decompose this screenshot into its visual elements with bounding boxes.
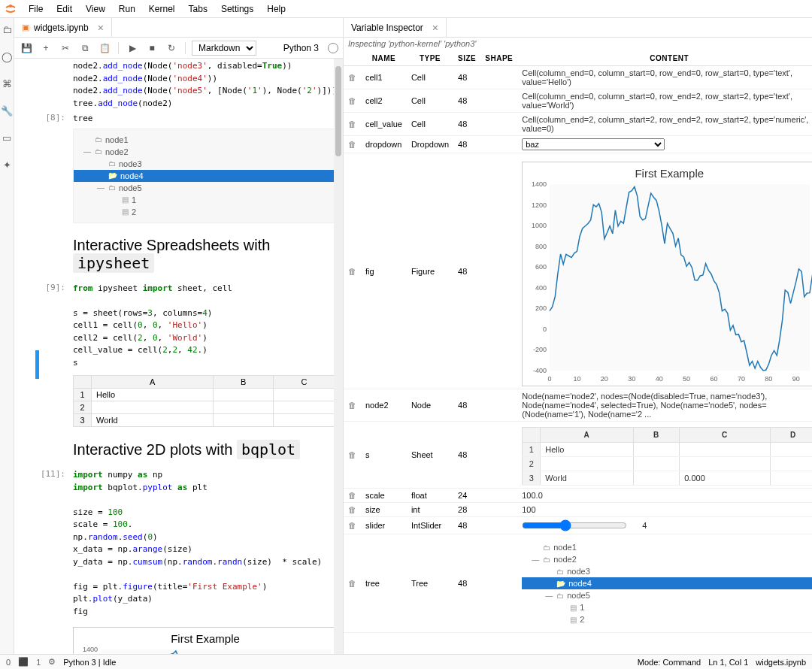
paste-icon[interactable]: 📋 (97, 41, 112, 56)
kernel-indicator[interactable] (328, 43, 338, 53)
close-icon[interactable]: × (432, 22, 438, 34)
restart-icon[interactable]: ↻ (164, 41, 179, 56)
tree-node[interactable]: 📂node4 (522, 577, 812, 589)
trash-icon[interactable]: 🗑 (344, 389, 361, 422)
status-mode[interactable]: Mode: Command (638, 658, 701, 667)
trash-icon[interactable]: 🗑 (344, 422, 361, 489)
heading-ipysheet: Interactive Spreadsheets with ipysheet (73, 237, 335, 272)
trash-icon[interactable]: 🗑 (344, 534, 361, 633)
code-sheet[interactable]: from ipysheet import sheet, cell s = she… (73, 283, 335, 370)
save-icon[interactable]: 💾 (19, 41, 34, 56)
menu-file[interactable]: File (23, 2, 49, 16)
folder-icon: 🗀 (108, 159, 116, 168)
trash-icon[interactable]: 🗑 (344, 153, 361, 389)
cut-icon[interactable]: ✂ (58, 41, 73, 56)
trash-icon[interactable]: 🗑 (344, 136, 361, 153)
extension-icon[interactable]: ✦ (0, 158, 14, 171)
stop-icon[interactable]: ■ (144, 41, 159, 56)
running-icon[interactable]: ◯ (0, 50, 14, 63)
trash-icon[interactable]: 🗑 (344, 89, 361, 113)
menu-view[interactable]: View (80, 2, 111, 16)
tree-node[interactable]: ▤1 (522, 601, 812, 613)
chart-figure[interactable]: First Example-400-2000200400600800100012… (522, 162, 812, 386)
slider-value: 4 (642, 521, 647, 530)
commands-icon[interactable]: ⌘ (0, 77, 14, 90)
menu-bar: FileEditViewRunKernelTabsSettingsHelp (0, 0, 812, 18)
menu-run[interactable]: Run (113, 2, 141, 16)
menu-kernel[interactable]: Kernel (143, 2, 181, 16)
close-icon[interactable]: × (98, 22, 104, 34)
tools-icon[interactable]: 🔧 (0, 104, 14, 117)
inspector-tab[interactable]: Variable Inspector × (344, 18, 447, 37)
tree-node[interactable]: ▤1 (74, 194, 342, 206)
trash-icon[interactable]: 🗑 (344, 489, 361, 503)
tree-widget[interactable]: 🗀node1—🗀node2🗀node3📂node4—🗀node5▤1▤2 (522, 537, 812, 630)
tree-node[interactable]: —🗀node5 (74, 182, 342, 194)
svg-text:70: 70 (738, 375, 745, 383)
copy-icon[interactable]: ⧉ (77, 41, 92, 56)
folder-icon: 🗀 (556, 568, 564, 576)
status-kernel[interactable]: Python 3 | Idle (63, 658, 116, 667)
slider-input[interactable] (522, 519, 627, 531)
status-file[interactable]: widgets.ipynb (756, 658, 806, 667)
tree-node[interactable]: 🗀node3 (74, 158, 342, 170)
tree-node[interactable]: 🗀node1 (522, 541, 812, 553)
folder-icon[interactable]: 🗀 (0, 23, 14, 36)
notebook-toolbar: 💾 + ✂ ⧉ 📋 ▶ ■ ↻ Markdown Python 3 (14, 38, 343, 59)
folder-icon: 🗀 (95, 147, 102, 156)
menu-tabs[interactable]: Tabs (183, 2, 214, 16)
folder-icon: 🗀 (95, 135, 102, 144)
svg-text:1400: 1400 (532, 181, 547, 188)
kernel-name[interactable]: Python 3 (283, 43, 319, 53)
sheet-output[interactable]: ABC1Hello23World (73, 375, 335, 427)
inspector-row-cell1: 🗑cell1Cell48Cell(column_end=0, column_st… (344, 66, 812, 89)
status-terminals[interactable]: 0 (6, 658, 11, 667)
menu-help[interactable]: Help (261, 2, 292, 16)
jupyter-logo (3, 2, 18, 17)
gear-icon[interactable]: ⚙ (48, 657, 56, 667)
status-kernels[interactable]: 1 (36, 658, 41, 667)
code-plot[interactable]: import numpy as np import bqplot.pyplot … (73, 469, 335, 618)
menu-settings[interactable]: Settings (215, 2, 259, 16)
folder-open-icon: 📂 (556, 580, 565, 588)
menu-edit[interactable]: Edit (50, 2, 78, 16)
trash-icon[interactable]: 🗑 (344, 113, 361, 136)
trash-icon[interactable]: 🗑 (344, 503, 361, 517)
tree-node[interactable]: —🗀node2 (522, 553, 812, 565)
code-tree[interactable]: tree (73, 113, 335, 126)
inspector-row-scale: 🗑scalefloat24100.0 (344, 489, 812, 503)
svg-text:-400: -400 (533, 367, 547, 374)
add-cell-icon[interactable]: + (38, 41, 53, 56)
scrollbar[interactable] (334, 59, 343, 654)
tree-node[interactable]: 📂node4 (74, 170, 342, 182)
tree-node[interactable]: 🗀node1 (74, 134, 342, 146)
chart-output[interactable]: First Example -400-200020040060080010001… (73, 627, 338, 654)
file-icon: ▤ (570, 616, 577, 624)
svg-text:80: 80 (765, 375, 773, 383)
trash-icon[interactable]: 🗑 (344, 517, 361, 534)
run-icon[interactable]: ▶ (125, 41, 140, 56)
svg-text:1200: 1200 (532, 201, 547, 209)
menu: FileEditViewRunKernelTabsSettingsHelp (23, 2, 292, 16)
notebook-tab[interactable]: ▣ widgets.ipynb × (14, 18, 112, 37)
tree-node[interactable]: ▤2 (522, 613, 812, 625)
cell-type-select[interactable]: Markdown (192, 41, 256, 56)
inspector-row-dropdown: 🗑dropdownDropdown48baz (344, 136, 812, 153)
status-cursor[interactable]: Ln 1, Col 1 (708, 658, 748, 667)
tree-node[interactable]: —🗀node2 (74, 146, 342, 158)
tree-node[interactable]: ▤2 (74, 206, 342, 218)
file-icon: ▤ (570, 604, 577, 612)
status-icon[interactable]: ⬛ (18, 657, 29, 667)
inspector-row-node2: 🗑node2Node48Node(name='node2', nodes=(No… (344, 389, 812, 422)
sheet-widget[interactable]: ABCD1Hello23World0.000 (522, 427, 812, 486)
tree-output[interactable]: 🗀node1—🗀node2🗀node3📂node4—🗀node5▤1▤2 (73, 129, 343, 223)
tree-node[interactable]: —🗀node5 (522, 589, 812, 601)
svg-text:-200: -200 (533, 346, 547, 353)
tree-node[interactable]: 🗀node3 (522, 565, 812, 577)
inspector-row-fig: 🗑figFigure48First Example-400-2000200400… (344, 153, 812, 389)
dropdown-value[interactable]: baz (522, 138, 665, 150)
code-setup[interactable]: node2.add_node(Node('node3', disabled=Tr… (73, 60, 337, 110)
svg-rect-1 (101, 649, 331, 654)
trash-icon[interactable]: 🗑 (344, 66, 361, 89)
tabs-icon[interactable]: ▭ (0, 131, 14, 144)
